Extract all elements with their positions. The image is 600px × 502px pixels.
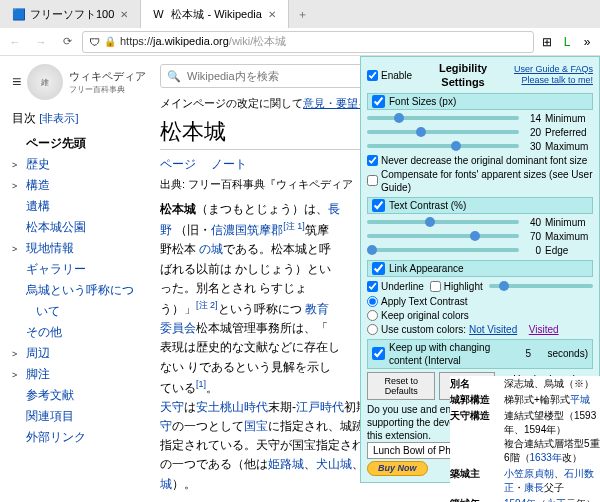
link-slider[interactable] xyxy=(489,284,593,288)
tab-title: 松本城 - Wikipedia xyxy=(171,7,261,22)
toc-item[interactable]: >現地情報 xyxy=(12,238,148,259)
tab-2[interactable]: W 松本城 - Wikipedia ✕ xyxy=(141,0,288,28)
reset-button[interactable]: Reset to Defaults xyxy=(367,372,435,400)
forward-button[interactable]: → xyxy=(30,31,52,53)
back-button[interactable]: ← xyxy=(4,31,26,53)
min-font-slider[interactable] xyxy=(367,116,519,120)
toc-item[interactable]: ページ先頭 xyxy=(12,133,148,154)
toc-item[interactable]: 遺構 xyxy=(12,196,148,217)
browser-tabs: 🟦 フリーソフト100 ✕ W 松本城 - Wikipedia ✕ ＋ xyxy=(0,0,600,28)
pref-font-slider[interactable] xyxy=(367,130,519,134)
url-field[interactable]: 🛡 🔒 https://ja.wikipedia.org/wiki/松本城 xyxy=(82,31,534,53)
toc-item[interactable]: >構造 xyxy=(12,175,148,196)
reload-button[interactable]: ⟳ xyxy=(56,31,78,53)
group-fontsize: Font Sizes (px) xyxy=(367,93,593,110)
wikipedia-favicon-icon: W xyxy=(153,8,165,20)
address-bar: ← → ⟳ 🛡 🔒 https://ja.wikipedia.org/wiki/… xyxy=(0,28,600,56)
group-keepup: Keep up with changing content (Interval … xyxy=(367,339,593,369)
enable-toggle[interactable]: Enable xyxy=(367,69,412,82)
guide-link[interactable]: User Guide & FAQs xyxy=(514,64,593,74)
highlight-check[interactable]: Highlight xyxy=(430,280,483,293)
never-decrease-check[interactable]: Never decrease the original dominant fon… xyxy=(367,154,593,167)
toc-item[interactable]: いて xyxy=(12,301,148,322)
tab-title: フリーソフト100 xyxy=(30,7,114,22)
menu-icon[interactable]: ≡ xyxy=(12,73,21,91)
toc-item[interactable]: >周辺 xyxy=(12,343,148,364)
toc-item[interactable]: 烏城という呼称につ xyxy=(12,280,148,301)
menu-icon[interactable]: » xyxy=(578,33,596,51)
custom-colors-radio[interactable]: Use custom colors: Not Visited Visited xyxy=(367,323,593,336)
min-contrast-slider[interactable] xyxy=(367,220,519,224)
close-icon[interactable]: ✕ xyxy=(268,9,276,20)
edge-slider[interactable] xyxy=(367,248,519,252)
toc-item[interactable]: ギャラリー xyxy=(12,259,148,280)
group-link: Link Appearance xyxy=(367,260,593,277)
shield-icon: 🛡 xyxy=(89,36,100,48)
url-text: https://ja.wikipedia.org/wiki/松本城 xyxy=(120,34,286,49)
close-icon[interactable]: ✕ xyxy=(120,9,128,20)
toc-item[interactable]: 参考文献 xyxy=(12,385,148,406)
favicon-icon: 🟦 xyxy=(12,8,24,20)
underline-check[interactable]: Underline xyxy=(367,280,424,293)
toc-item[interactable]: 関連項目 xyxy=(12,406,148,427)
wikipedia-logo-icon[interactable]: 維 xyxy=(27,64,63,100)
lock-icon: 🔒 xyxy=(104,36,116,47)
toc-item[interactable]: >脚注 xyxy=(12,364,148,385)
tab-note[interactable]: ノート xyxy=(211,157,247,171)
brand-sub: フリー百科事典 xyxy=(69,84,146,95)
keep-colors-radio[interactable]: Keep original colors xyxy=(367,309,593,322)
infobox: 別名深志城、烏城（※）城郭構造梯郭式+輪郭式平城天守構造連結式望楼型（1593年… xyxy=(450,376,600,502)
tab-1[interactable]: 🟦 フリーソフト100 ✕ xyxy=(0,0,141,28)
panel-title: Legibility Settings xyxy=(418,61,508,90)
toc-hide[interactable]: [非表示] xyxy=(39,112,78,124)
tab-page[interactable]: ページ xyxy=(160,157,196,171)
buy-now-button[interactable]: Buy Now xyxy=(367,461,428,477)
toc-title: 目次 [非表示] xyxy=(12,110,148,127)
group-contrast: Text Contrast (%) xyxy=(367,197,593,214)
apply-contrast-radio[interactable]: Apply Text Contrast xyxy=(367,295,593,308)
toc-item[interactable]: その他 xyxy=(12,322,148,343)
toc-item[interactable]: >歴史 xyxy=(12,154,148,175)
max-contrast-slider[interactable] xyxy=(367,234,519,238)
max-font-slider[interactable] xyxy=(367,144,519,148)
toc-item[interactable]: 松本城公園 xyxy=(12,217,148,238)
wiki-sidebar: ≡ 維 ウィキペディア フリー百科事典 目次 [非表示] ページ先頭>歴史>構造… xyxy=(0,56,160,502)
toc-item[interactable]: 外部リンク xyxy=(12,427,148,448)
extension-icon[interactable]: ⊞ xyxy=(538,33,556,51)
article-body: 松本城（まつもとじょう）は、長野 （旧・信濃国筑摩郡[注 1]筑摩野松本 の城で… xyxy=(160,200,340,502)
new-tab-button[interactable]: ＋ xyxy=(289,7,316,22)
brand: ウィキペディア xyxy=(69,69,146,84)
compensate-check[interactable]: Compensate for fonts' apparent sizes (se… xyxy=(367,168,593,194)
talk-link[interactable]: Please talk to me! xyxy=(521,75,593,85)
search-icon: 🔍 xyxy=(167,70,181,83)
extension-icon[interactable]: L xyxy=(558,33,576,51)
